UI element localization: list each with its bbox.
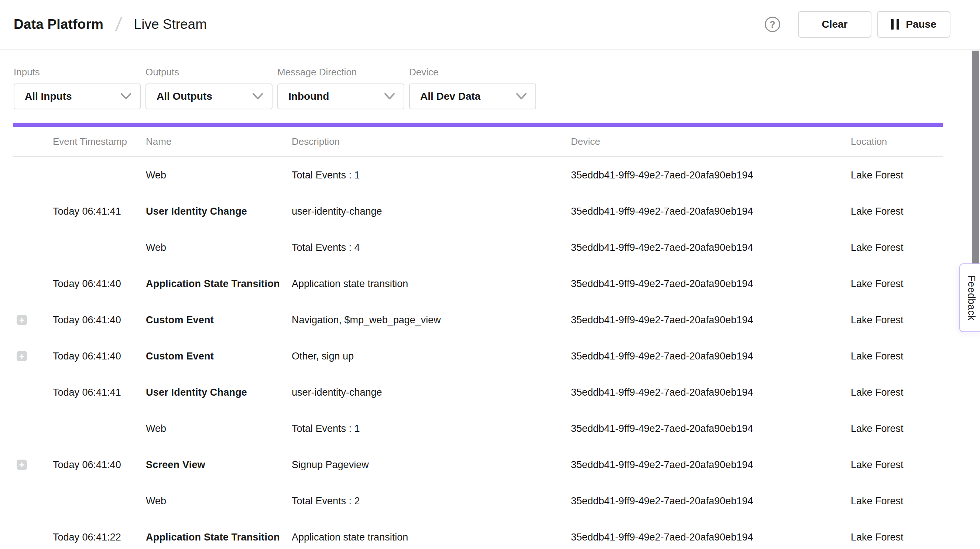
cell-description: Total Events : 2 <box>292 483 360 519</box>
cell-name: Web <box>146 230 166 266</box>
filter-device: Device All Dev Data <box>409 67 536 109</box>
table-row: WebTotal Events : 135eddb41-9ff9-49e2-7a… <box>0 410 980 447</box>
event-stream-table: WebTotal Events : 135eddb41-9ff9-49e2-7a… <box>0 157 980 549</box>
cell-device: 35eddb41-9ff9-49e2-7aed-20afa90eb194 <box>571 519 753 549</box>
cell-location: Lake Forest <box>851 157 904 193</box>
cell-description: Application state transition <box>292 266 408 302</box>
cell-name: Web <box>146 410 166 447</box>
filter-label: Inputs <box>14 67 141 78</box>
device-select[interactable]: All Dev Data <box>409 83 536 109</box>
chevron-down-icon <box>516 93 527 100</box>
cell-description: Application state transition <box>292 519 408 549</box>
inputs-select[interactable]: All Inputs <box>14 83 141 109</box>
clear-button-label: Clear <box>822 19 848 30</box>
feedback-tab[interactable]: Feedback <box>959 263 980 332</box>
cell-event-timestamp: Today 06:41:40 <box>53 302 121 338</box>
cell-device: 35eddb41-9ff9-49e2-7aed-20afa90eb194 <box>571 374 753 410</box>
cell-location: Lake Forest <box>851 410 904 447</box>
message-direction-select-value: Inbound <box>288 91 329 102</box>
cell-name: Custom Event <box>146 338 214 374</box>
breadcrumb: Data Platform / Live Stream <box>14 15 207 34</box>
column-header-name: Name <box>146 136 171 147</box>
cell-device: 35eddb41-9ff9-49e2-7aed-20afa90eb194 <box>571 483 753 519</box>
cell-name: Web <box>146 483 166 519</box>
cell-device: 35eddb41-9ff9-49e2-7aed-20afa90eb194 <box>571 302 753 338</box>
cell-device: 35eddb41-9ff9-49e2-7aed-20afa90eb194 <box>571 157 753 193</box>
pause-button-label: Pause <box>906 19 936 30</box>
table-row: Today 06:41:22Application State Transiti… <box>0 519 980 549</box>
breadcrumb-section[interactable]: Data Platform <box>14 17 103 32</box>
cell-event-timestamp: Today 06:41:41 <box>53 193 121 230</box>
chevron-down-icon <box>384 93 395 100</box>
column-header-location: Location <box>851 136 887 147</box>
table-row: +Today 06:41:40Custom EventNavigation, $… <box>0 302 980 338</box>
cell-device: 35eddb41-9ff9-49e2-7aed-20afa90eb194 <box>571 193 753 230</box>
top-bar: Data Platform / Live Stream ? Clear Paus… <box>0 0 980 49</box>
outputs-select[interactable]: All Outputs <box>145 83 272 109</box>
cell-description: user-identity-change <box>292 193 382 230</box>
table-row: WebTotal Events : 235eddb41-9ff9-49e2-7a… <box>0 483 980 519</box>
filter-outputs: Outputs All Outputs <box>145 67 272 109</box>
cell-name: Application State Transition <box>146 266 280 302</box>
expand-row-button[interactable]: + <box>17 351 27 361</box>
accent-divider <box>13 123 943 127</box>
filter-label: Message Direction <box>277 67 404 78</box>
page-title: Live Stream <box>134 17 207 32</box>
cell-location: Lake Forest <box>851 193 904 230</box>
cell-device: 35eddb41-9ff9-49e2-7aed-20afa90eb194 <box>571 230 753 266</box>
cell-event-timestamp: Today 06:41:40 <box>53 338 121 374</box>
cell-name: User Identity Change <box>146 193 247 230</box>
filter-inputs: Inputs All Inputs <box>14 67 141 109</box>
cell-location: Lake Forest <box>851 230 904 266</box>
cell-event-timestamp: Today 06:41:40 <box>53 447 121 483</box>
cell-description: Other, sign up <box>292 338 354 374</box>
filter-label: Device <box>409 67 536 78</box>
chevron-down-icon <box>121 93 131 100</box>
table-row: +Today 06:41:40Screen ViewSignup Pagevie… <box>0 447 980 483</box>
column-header-device: Device <box>571 136 600 147</box>
outputs-select-value: All Outputs <box>157 91 212 102</box>
cell-location: Lake Forest <box>851 302 904 338</box>
filter-label: Outputs <box>145 67 272 78</box>
cell-description: user-identity-change <box>292 374 382 410</box>
cell-name: User Identity Change <box>146 374 247 410</box>
cell-name: Custom Event <box>146 302 214 338</box>
cell-location: Lake Forest <box>851 374 904 410</box>
table-row: Today 06:41:41User Identity Changeuser-i… <box>0 193 980 230</box>
cell-name: Screen View <box>146 447 205 483</box>
pause-button[interactable]: Pause <box>877 11 950 38</box>
cell-name: Web <box>146 157 166 193</box>
filter-message-direction: Message Direction Inbound <box>277 67 404 109</box>
cell-location: Lake Forest <box>851 483 904 519</box>
table-row: Today 06:41:40Application State Transiti… <box>0 266 980 302</box>
cell-device: 35eddb41-9ff9-49e2-7aed-20afa90eb194 <box>571 266 753 302</box>
cell-event-timestamp: Today 06:41:40 <box>53 266 121 302</box>
cell-description: Navigation, $mp_web_page_view <box>292 302 441 338</box>
expand-row-button[interactable]: + <box>17 460 27 470</box>
cell-device: 35eddb41-9ff9-49e2-7aed-20afa90eb194 <box>571 338 753 374</box>
cell-description: Total Events : 1 <box>292 410 360 447</box>
cell-device: 35eddb41-9ff9-49e2-7aed-20afa90eb194 <box>571 410 753 447</box>
cell-event-timestamp: Today 06:41:22 <box>53 519 121 549</box>
help-icon[interactable]: ? <box>765 17 780 32</box>
cell-event-timestamp: Today 06:41:41 <box>53 374 121 410</box>
cell-location: Lake Forest <box>851 447 904 483</box>
expand-row-button[interactable]: + <box>17 315 27 325</box>
cell-name: Application State Transition <box>146 519 280 549</box>
cell-description: Total Events : 4 <box>292 230 360 266</box>
chevron-down-icon <box>253 93 263 100</box>
pause-icon <box>891 19 899 30</box>
cell-device: 35eddb41-9ff9-49e2-7aed-20afa90eb194 <box>571 447 753 483</box>
column-header-event-timestamp: Event Timestamp <box>53 136 127 147</box>
inputs-select-value: All Inputs <box>25 91 72 102</box>
table-row: Today 06:41:41User Identity Changeuser-i… <box>0 374 980 410</box>
table-row: WebTotal Events : 135eddb41-9ff9-49e2-7a… <box>0 157 980 193</box>
clear-button[interactable]: Clear <box>798 11 872 38</box>
column-header-description: Description <box>292 136 340 147</box>
message-direction-select[interactable]: Inbound <box>277 83 404 109</box>
cell-location: Lake Forest <box>851 338 904 374</box>
table-row: +Today 06:41:40Custom EventOther, sign u… <box>0 338 980 374</box>
vertical-scrollbar-thumb[interactable] <box>972 51 979 274</box>
top-bar-actions: ? Clear Pause <box>765 11 950 38</box>
cell-location: Lake Forest <box>851 519 904 549</box>
